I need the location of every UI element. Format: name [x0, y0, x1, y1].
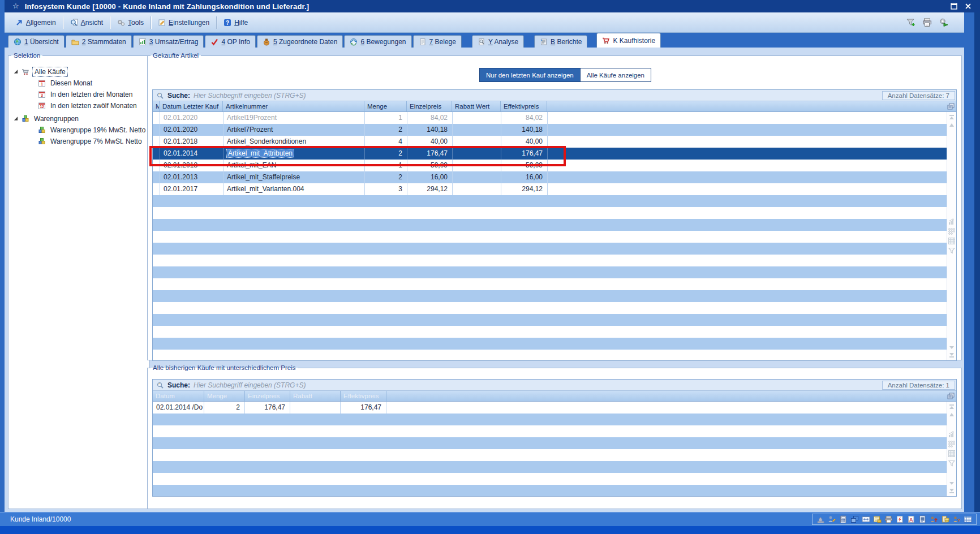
cell-effektivpreis: 294,12	[501, 183, 548, 195]
column-picker-icon[interactable]	[947, 392, 955, 402]
menu-item-tools[interactable]: Tools	[112, 16, 149, 29]
menu-item-ansicht[interactable]: Ansicht	[65, 16, 108, 29]
tree-item-label: Warengruppe 7% MwSt. Netto	[49, 137, 144, 146]
rail-chart-icon[interactable]	[948, 218, 956, 226]
restore-window-button[interactable]	[949, 2, 958, 10]
table-row[interactable]: 02.01.2018Artikel_mit_EAN159,0959,09	[153, 160, 947, 171]
width-icon[interactable]	[862, 515, 870, 523]
column-header-einzelpreis[interactable]: Einzelpreis	[245, 391, 290, 401]
menu-separator	[151, 16, 151, 29]
tree-item-in-den-letzten-drei-monaten[interactable]: 3In den letzten drei Monaten	[13, 89, 147, 100]
tree-item-diesen-monat[interactable]: 1Diesen Monat	[13, 77, 147, 88]
user-edit-icon[interactable]	[828, 515, 836, 523]
rail-dots-icon[interactable]	[948, 440, 956, 448]
tab-op-info[interactable]: 4 OP Info	[205, 35, 256, 48]
tab-analyse[interactable]: Y Analyse	[472, 35, 524, 48]
tab-bewegungen[interactable]: 6 Bewegungen	[344, 35, 411, 48]
table-row[interactable]: 02.01.2014 /Do2176,47176,47	[153, 402, 947, 414]
user-help-icon[interactable]: ?	[952, 515, 961, 523]
user-flag-icon[interactable]	[930, 515, 938, 523]
table-row[interactable]: 02.01.2014Artikel_mit_Attributen2176,471…	[153, 148, 947, 160]
show-last-purchase-button[interactable]: Nur den letzten Kauf anzeigen	[479, 68, 581, 82]
scroll-top-icon[interactable]	[948, 114, 956, 120]
tree-item-warengruppe-19%-mwst-netto[interactable]: Warengruppe 19% MwSt. Netto	[13, 124, 147, 135]
column-header-menge[interactable]: Menge	[364, 101, 407, 111]
rail-grid-icon[interactable]	[948, 237, 956, 245]
table-empty-row	[153, 207, 947, 219]
scroll-bottom-icon[interactable]	[948, 352, 956, 359]
tree-item-alle-käufe[interactable]: Alle Käufe	[13, 66, 147, 77]
search-input[interactable]: Hier Suchbegriff eingeben (STRG+S)	[194, 381, 306, 389]
tab-berichte[interactable]: B Berichte	[534, 35, 587, 48]
search-input[interactable]: Hier Suchbegriff eingeben (STRG+S)	[194, 92, 306, 100]
scroll-bottom-icon[interactable]	[948, 488, 956, 494]
tab-umsatz-ertrag[interactable]: 3 Umsatz/Ertrag	[133, 35, 204, 48]
restore-icon[interactable]	[950, 2, 958, 10]
column-header-artikelnummer[interactable]: Artikelnummer	[223, 101, 364, 111]
tab-stammdaten[interactable]: 2 Stammdaten	[66, 35, 132, 48]
list-doc-icon[interactable]	[918, 515, 927, 523]
show-all-purchases-button[interactable]: Alle Käufe anzeigen	[581, 68, 651, 82]
tab-übersicht[interactable]: 1 Übersicht	[8, 35, 65, 48]
grid-icon[interactable]	[964, 515, 972, 523]
column-header-datum-letzter-kauf[interactable]: Datum Letzter Kauf	[160, 101, 223, 111]
scroll-top-icon[interactable]	[948, 403, 956, 410]
cell-artikelnummer: Artikel_mit_Varianten.004	[223, 183, 365, 195]
close-window-button[interactable]	[964, 2, 972, 10]
run-gear-icon[interactable]	[939, 18, 948, 27]
tree-item-warengruppen[interactable]: Warengruppen	[13, 113, 147, 124]
caret-expanded-icon[interactable]	[13, 115, 19, 122]
column-header-datum[interactable]: Datum	[153, 391, 204, 401]
search-bar[interactable]: Suche: Hier Suchbegriff eingeben (STRG+S…	[153, 380, 956, 391]
search-bar[interactable]: Suche: Hier Suchbegriff eingeben (STRG+S…	[153, 90, 956, 101]
column-header-einzelpreis[interactable]: Einzelpreis	[407, 101, 452, 111]
rail-grid-icon[interactable]	[948, 450, 956, 458]
rail-funnel-icon[interactable]	[948, 459, 956, 467]
table-row[interactable]: 02.01.2017Artikel_mit_Varianten.0043294,…	[153, 183, 947, 195]
printer-icon[interactable]	[884, 515, 893, 523]
table-empty-row	[153, 314, 947, 326]
table-row[interactable]: 02.01.2013Artikel_mit_Staffelpreise216,0…	[153, 171, 947, 183]
scroll-up-icon[interactable]	[948, 411, 956, 418]
table-row[interactable]: 02.01.2020Artikel19Prozent184,0284,02	[153, 112, 947, 124]
table-row[interactable]: 02.01.2020Artikel7Prozent2140,18140,18	[153, 124, 947, 136]
scroll-up-icon[interactable]	[948, 122, 956, 128]
stamp-icon[interactable]	[816, 515, 825, 523]
tab-kaufhistorie[interactable]: K Kaufhistorie	[596, 33, 661, 48]
rail-chart-icon[interactable]	[948, 430, 956, 438]
caret-expanded-icon[interactable]	[13, 68, 19, 75]
column-header-effektivpreis[interactable]: Effektivpreis	[501, 101, 547, 111]
close-icon[interactable]	[964, 2, 972, 10]
calculator-icon[interactable]	[839, 515, 848, 523]
menu-item-hilfe[interactable]: ?Hilfe	[218, 16, 253, 29]
menu-item-allgemein[interactable]: Allgemein	[10, 16, 61, 29]
tree-item-warengruppe-7%-mwst-netto[interactable]: Warengruppe 7% MwSt. Netto	[13, 136, 147, 147]
rail-dots-icon[interactable]	[948, 227, 956, 235]
tab-belege[interactable]: 7 Belege	[413, 35, 462, 48]
filter-add-icon[interactable]	[906, 18, 915, 27]
font-doc-icon[interactable]: A	[907, 515, 915, 523]
table-empty-row	[153, 255, 947, 266]
scroll-down-icon[interactable]	[948, 480, 956, 486]
window-copy-icon[interactable]	[850, 515, 859, 523]
cell-rabatt	[453, 183, 501, 195]
scroll-down-icon[interactable]	[948, 344, 956, 351]
print-icon[interactable]	[922, 18, 932, 27]
column-header-menge[interactable]: Menge	[204, 391, 245, 401]
tab-zugeordnete-daten[interactable]: 5 Zugeordnete Daten	[257, 35, 343, 48]
menu-item-einstellungen[interactable]: Einstellungen	[153, 16, 214, 29]
column-header-rabatt[interactable]: Rabatt	[290, 391, 341, 401]
column-header-rabatt-wert[interactable]: Rabatt Wert	[452, 101, 501, 111]
table-row[interactable]: 02.01.2018Artikel_Sonderkonditionen440,0…	[153, 136, 947, 148]
rail-funnel-icon[interactable]	[948, 247, 956, 255]
cell-effektivpreis: 59,09	[501, 160, 548, 171]
tree-item-in-den-letzten-zwölf-monaten[interactable]: 12In den letzten zwölf Monaten	[13, 100, 147, 111]
flash-doc-icon[interactable]	[896, 515, 904, 523]
clipboard-icon[interactable]	[941, 515, 949, 523]
menu-separator	[63, 16, 63, 29]
arrow-ne-icon	[15, 19, 23, 27]
column-header-effektivpreis[interactable]: Effektivpreis	[341, 391, 386, 401]
column-header-m[interactable]: M	[153, 101, 160, 111]
note-icon[interactable]	[873, 515, 882, 523]
column-picker-icon[interactable]	[947, 102, 955, 112]
